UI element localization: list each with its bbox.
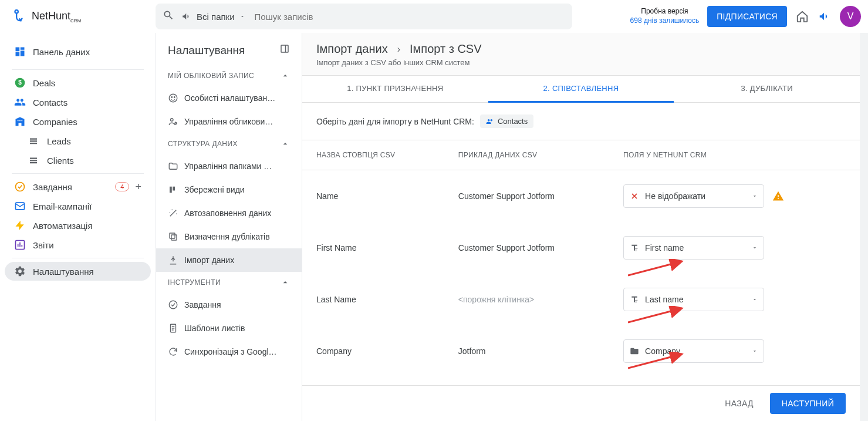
check-circle-icon: [168, 299, 184, 310]
chevron-down-icon: [239, 14, 245, 19]
copy-icon: [168, 231, 184, 242]
table-row: Company Jotform Company: [302, 325, 860, 377]
svg-point-11: [171, 119, 174, 122]
chevron-down-icon: [752, 295, 758, 304]
close-icon: [630, 191, 639, 201]
main-content: Імпорт даних › Імпорт з CSV Імпорт даних…: [302, 33, 860, 421]
import-target-row: Оберіть дані для імпорту в NetHunt CRM: …: [302, 103, 860, 140]
field-select[interactable]: Last name: [623, 288, 764, 311]
gear-icon: [14, 265, 33, 277]
sidebar-item-leads[interactable]: Leads: [5, 132, 151, 150]
logo-text: NetHunt: [32, 10, 70, 22]
chip-label: Contacts: [498, 117, 528, 126]
logo-sub: CRM: [70, 18, 81, 23]
settings-group-tools[interactable]: ІНСТРУМЕНТИ: [156, 272, 302, 293]
target-folder-chip[interactable]: Contacts: [480, 114, 533, 128]
field-select[interactable]: Не відображати: [623, 184, 764, 208]
avatar[interactable]: V: [840, 6, 861, 27]
csv-example: Jotform: [444, 325, 609, 377]
sidebar-item-contacts[interactable]: Contacts: [5, 93, 151, 112]
settings-group-account[interactable]: МІЙ ОБЛІКОВИЙ ЗАПИС: [156, 65, 302, 86]
scrollbar-track[interactable]: [860, 33, 868, 421]
chevron-right-icon: ›: [397, 44, 400, 55]
svg-point-0: [15, 10, 18, 13]
breadcrumb-current: Імпорт з CSV: [410, 42, 482, 56]
next-button[interactable]: НАСТУПНИЙ: [770, 393, 846, 414]
sidebar-item-tasks[interactable]: Завдання 4 +: [5, 177, 151, 196]
back-button[interactable]: НАЗАД: [715, 393, 763, 414]
sidebar-item-label: Deals: [33, 78, 55, 88]
sidebar-item-clients[interactable]: Clients: [5, 151, 151, 170]
list-icon: [28, 155, 47, 166]
text-icon: [630, 295, 639, 304]
csv-column-name: Name: [302, 170, 444, 223]
tab-mapping[interactable]: 2. СПІВСТАВЛЕННЯ: [488, 76, 674, 103]
folder-icon: [630, 346, 639, 356]
csv-column-name: Company: [302, 325, 444, 377]
tab-destination[interactable]: 1. ПУНКТ ПРИЗНАЧЕННЯ: [302, 76, 488, 102]
settings-item-folders[interactable]: Управління папками …: [156, 154, 302, 178]
settings-item-duplicates[interactable]: Визначення дублікатів: [156, 225, 302, 248]
csv-example-empty: <порожня клітинка>: [444, 274, 609, 325]
table-row: Last Name <порожня клітинка> Last name: [302, 274, 860, 325]
svg-point-8: [169, 94, 177, 102]
dashboard-icon: [14, 46, 33, 58]
svg-rect-15: [171, 235, 177, 240]
sidebar-item-reports[interactable]: Звіти: [5, 235, 151, 254]
people-icon: [14, 96, 33, 108]
bolt-icon: [14, 220, 33, 231]
search-bar[interactable]: Всі папки: [156, 4, 572, 29]
field-select[interactable]: Company: [623, 339, 764, 363]
sidebar-item-label: Leads: [47, 136, 71, 146]
svg-rect-16: [170, 233, 175, 238]
csv-column-name: First Name: [302, 222, 444, 274]
megaphone-icon: [181, 11, 192, 22]
mapping-panel: Оберіть дані для імпорту в NetHunt CRM: …: [302, 103, 860, 421]
sidebar-item-label: Contacts: [33, 97, 67, 107]
tab-duplicates[interactable]: 3. ДУБЛІКАТИ: [674, 76, 860, 102]
settings-item-saved-views[interactable]: Збережені види: [156, 178, 302, 201]
logo-icon: [12, 8, 28, 25]
collapse-panel-icon[interactable]: [279, 43, 290, 57]
trial-days[interactable]: 698 днів залишилось: [630, 16, 700, 26]
sidebar-item-companies[interactable]: Companies: [5, 112, 151, 131]
sidebar-item-deals[interactable]: $ Deals: [5, 73, 151, 92]
settings-item-autofill[interactable]: Автозаповнення даних: [156, 201, 302, 225]
settings-group-data[interactable]: СТРУКТУРА ДАНИХ: [156, 133, 302, 154]
warning-icon: [772, 190, 784, 202]
search-scope-selector[interactable]: Всі папки: [181, 11, 245, 22]
field-select[interactable]: First name: [623, 236, 764, 260]
app-header: NetHuntCRM Всі папки Пробна версія 698 д…: [0, 0, 868, 33]
kanban-icon: [168, 184, 184, 195]
add-task-button[interactable]: +: [135, 181, 141, 193]
tasks-badge: 4: [115, 182, 129, 191]
sidebar-item-automation[interactable]: Автоматизація: [5, 216, 151, 235]
sidebar-item-settings[interactable]: Налаштування: [5, 262, 151, 281]
sidebar-item-label: Email-кампанії: [33, 201, 92, 211]
settings-panel-title: Налаштування: [168, 44, 245, 57]
svg-point-17: [169, 301, 177, 309]
home-icon[interactable]: [795, 9, 809, 23]
subscribe-button[interactable]: ПІДПИСАТИСЯ: [707, 6, 787, 27]
breadcrumb-root[interactable]: Імпорт даних: [316, 42, 388, 56]
announce-icon[interactable]: [818, 9, 832, 23]
settings-item-tasks[interactable]: Завдання: [156, 293, 302, 316]
search-input[interactable]: [255, 12, 565, 22]
col-csv-name: НАЗВА СТОВПЦЯ CSV: [302, 140, 444, 170]
settings-item-google-sync[interactable]: Синхронізація з Googl…: [156, 340, 302, 363]
mapping-table: НАЗВА СТОВПЦЯ CSV ПРИКЛАД ДАНИХ CSV ПОЛЯ…: [302, 140, 860, 377]
settings-item-templates[interactable]: Шаблони листів: [156, 316, 302, 340]
settings-item-import[interactable]: Імпорт даних: [156, 248, 302, 272]
trial-info: Пробна версія 698 днів залишилось: [630, 7, 700, 25]
wizard-tabs: 1. ПУНКТ ПРИЗНАЧЕННЯ 2. СПІВСТАВЛЕННЯ 3.…: [302, 75, 860, 103]
settings-item-personal[interactable]: Особисті налаштуван…: [156, 86, 302, 110]
sidebar-item-dashboard[interactable]: Панель даних: [5, 38, 151, 66]
import-target-label: Оберіть дані для імпорту в NetHunt CRM:: [316, 117, 474, 126]
app-logo[interactable]: NetHuntCRM: [12, 8, 156, 25]
sidebar-item-label: Clients: [47, 156, 74, 166]
upload-icon: [168, 255, 184, 265]
table-row: First Name Customer Support Jotform Firs…: [302, 222, 860, 274]
col-example: ПРИКЛАД ДАНИХ CSV: [444, 140, 609, 170]
sidebar-item-campaigns[interactable]: Email-кампанії: [5, 197, 151, 215]
settings-item-account-mgmt[interactable]: Управління обликови…: [156, 110, 302, 133]
